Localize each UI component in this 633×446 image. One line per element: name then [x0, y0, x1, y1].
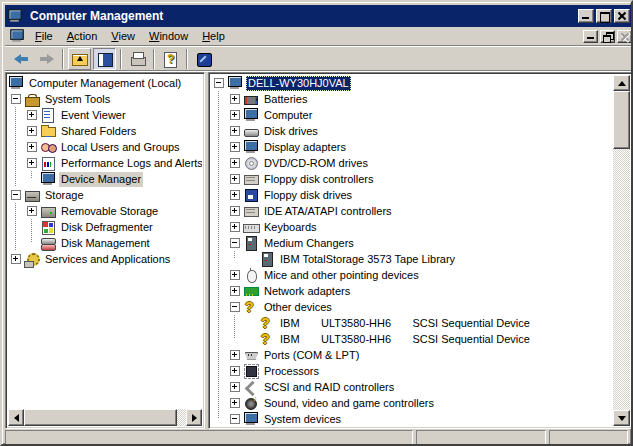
tree-item-other-devices[interactable]: Other devices	[211, 299, 613, 315]
child-minimize-button[interactable]	[583, 30, 598, 43]
vertical-scrollbar[interactable]	[613, 75, 630, 426]
tree-item-label[interactable]: Disk Defragmenter	[59, 220, 155, 235]
expand-toggle[interactable]	[24, 139, 40, 155]
expand-toggle[interactable]	[8, 251, 24, 267]
scrollbar-track[interactable]	[24, 409, 186, 426]
scroll-down-button[interactable]	[613, 410, 630, 426]
collapse-toggle[interactable]	[8, 187, 24, 203]
tree-item-disk-management[interactable]: Disk Management	[8, 235, 202, 251]
minimize-button[interactable]	[578, 9, 594, 23]
tree-item-display-adapters[interactable]: Display adapters	[211, 139, 613, 155]
tree-item-label[interactable]: DVD/CD-ROM drives	[262, 156, 370, 171]
scrollbar-track[interactable]	[613, 91, 630, 410]
expand-toggle[interactable]	[227, 395, 243, 411]
tree-item-system-devices[interactable]: System devices	[211, 411, 613, 426]
expand-toggle[interactable]	[227, 139, 243, 155]
tree-item-services-and-applications[interactable]: Services and Applications	[8, 251, 202, 267]
tree-item-floppy-disk-drives[interactable]: Floppy disk drives	[211, 187, 613, 203]
tree-item-ibm-ult3580-hh6-scsi-sequential-device[interactable]: IBM ULT3580-HH6 SCSI Sequential Device	[211, 331, 613, 347]
tree-item-label[interactable]: Storage	[43, 188, 86, 203]
tree-item-label[interactable]: Display adapters	[262, 140, 348, 155]
tree-item-dell-wy30hj0val[interactable]: DELL-WY30HJ0VAL	[211, 75, 613, 91]
tree-item-label[interactable]: Floppy disk drives	[262, 188, 354, 203]
tree-item-label[interactable]: Medium Changers	[262, 236, 356, 251]
tree-item-label[interactable]: Disk Management	[59, 236, 152, 251]
collapse-toggle[interactable]	[211, 75, 227, 91]
collapse-toggle[interactable]	[8, 91, 24, 107]
tree-item-ibm-ult3580-hh6-scsi-sequential-device[interactable]: IBM ULT3580-HH6 SCSI Sequential Device	[211, 315, 613, 331]
expand-toggle[interactable]	[24, 203, 40, 219]
tree-item-batteries[interactable]: Batteries	[211, 91, 613, 107]
tree-item-label[interactable]: IDE ATA/ATAPI controllers	[262, 204, 394, 219]
expand-toggle[interactable]	[227, 363, 243, 379]
expand-toggle[interactable]	[227, 347, 243, 363]
up-one-level-button[interactable]	[68, 48, 91, 70]
tree-item-disk-defragmenter[interactable]: Disk Defragmenter	[8, 219, 202, 235]
tree-item-label[interactable]: Performance Logs and Alerts	[59, 156, 202, 171]
tree-item-ide-ata-atapi-controllers[interactable]: IDE ATA/ATAPI controllers	[211, 203, 613, 219]
tree-item-label[interactable]: Keyboards	[262, 220, 319, 235]
expand-toggle[interactable]	[227, 379, 243, 395]
tree-item-label[interactable]: Device Manager	[59, 172, 143, 187]
collapse-toggle[interactable]	[227, 299, 243, 315]
tree-item-label[interactable]: Network adapters	[262, 284, 352, 299]
tree-item-label[interactable]: System Tools	[43, 92, 112, 107]
expand-toggle[interactable]	[227, 91, 243, 107]
expand-toggle[interactable]	[227, 107, 243, 123]
maximize-button[interactable]	[596, 9, 612, 23]
tree-item-label[interactable]: SCSI and RAID controllers	[262, 380, 396, 395]
tree-item-label[interactable]: Ports (COM & LPT)	[262, 348, 361, 363]
tree-item-computer-management-local[interactable]: Computer Management (Local)	[8, 75, 202, 91]
expand-toggle[interactable]	[227, 267, 243, 283]
expand-toggle[interactable]	[227, 171, 243, 187]
expand-toggle[interactable]	[227, 203, 243, 219]
print-button[interactable]	[126, 48, 149, 70]
menu-window[interactable]: Window	[142, 28, 195, 44]
expand-toggle[interactable]	[24, 107, 40, 123]
tree-item-sound-video-and-game-controllers[interactable]: Sound, video and game controllers	[211, 395, 613, 411]
tree-item-ibm-totalstorage-3573-tape-library[interactable]: IBM TotalStorage 3573 Tape Library	[211, 251, 613, 267]
tree-item-label[interactable]: Batteries	[262, 92, 309, 107]
tree-item-label[interactable]: Floppy disk controllers	[262, 172, 375, 187]
tree-item-computer[interactable]: Computer	[211, 107, 613, 123]
back-button[interactable]	[10, 48, 33, 70]
expand-toggle[interactable]	[227, 283, 243, 299]
scroll-up-button[interactable]	[613, 75, 630, 91]
scroll-left-button[interactable]	[8, 409, 24, 426]
tree-item-label[interactable]: Other devices	[262, 300, 334, 315]
tree-item-removable-storage[interactable]: Removable Storage	[8, 203, 202, 219]
scroll-right-button[interactable]	[186, 409, 202, 426]
tree-item-processors[interactable]: Processors	[211, 363, 613, 379]
tree-item-ports-com-lpt[interactable]: Ports (COM & LPT)	[211, 347, 613, 363]
tree-item-network-adapters[interactable]: Network adapters	[211, 283, 613, 299]
tree-item-label[interactable]: Sound, video and game controllers	[262, 396, 436, 411]
menu-file[interactable]: File	[28, 28, 60, 44]
tree-item-system-tools[interactable]: System Tools	[8, 91, 202, 107]
horizontal-scrollbar[interactable]	[8, 409, 202, 426]
tree-item-label[interactable]: IBM TotalStorage 3573 Tape Library	[278, 252, 457, 267]
tree-item-disk-drives[interactable]: Disk drives	[211, 123, 613, 139]
expand-toggle[interactable]	[227, 123, 243, 139]
tree-item-label[interactable]: Services and Applications	[43, 252, 172, 267]
expand-toggle[interactable]	[24, 123, 40, 139]
tree-item-local-users-and-groups[interactable]: Local Users and Groups	[8, 139, 202, 155]
tree-item-device-manager[interactable]: Device Manager	[8, 171, 202, 187]
tree-item-label[interactable]: Disk drives	[262, 124, 320, 139]
tree-item-label[interactable]: Mice and other pointing devices	[262, 268, 421, 283]
close-button[interactable]	[614, 9, 630, 23]
console-window-icon[interactable]	[9, 29, 25, 43]
help-button[interactable]	[159, 48, 182, 70]
scrollbar-thumb[interactable]	[613, 91, 630, 149]
tree-item-label[interactable]: System devices	[262, 412, 343, 427]
scrollbar-thumb[interactable]	[24, 409, 177, 426]
tree-item-label[interactable]: Computer Management (Local)	[27, 76, 183, 91]
tree-item-storage[interactable]: Storage	[8, 187, 202, 203]
tree-item-dvd-cd-rom-drives[interactable]: DVD/CD-ROM drives	[211, 155, 613, 171]
tree-item-keyboards[interactable]: Keyboards	[211, 219, 613, 235]
expand-toggle[interactable]	[227, 187, 243, 203]
expand-toggle[interactable]	[227, 155, 243, 171]
show-hide-console-tree-button[interactable]	[93, 48, 116, 70]
tree-item-label[interactable]: DELL-WY30HJ0VAL	[246, 76, 351, 91]
collapse-toggle[interactable]	[227, 235, 243, 251]
tree-item-floppy-disk-controllers[interactable]: Floppy disk controllers	[211, 171, 613, 187]
